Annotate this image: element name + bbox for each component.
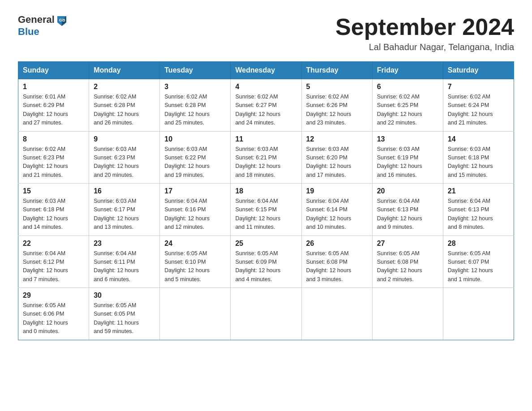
day-info: Sunrise: 6:03 AMSunset: 6:20 PMDaylight:…	[306, 146, 352, 178]
day-number: 7	[448, 83, 509, 91]
day-number: 23	[94, 240, 155, 248]
calendar-cell: 19 Sunrise: 6:04 AMSunset: 6:14 PMDaylig…	[301, 184, 372, 236]
day-info: Sunrise: 6:03 AMSunset: 6:18 PMDaylight:…	[448, 146, 493, 178]
day-number: 28	[448, 240, 509, 248]
calendar-cell	[160, 288, 231, 340]
logo-general: General	[18, 14, 55, 26]
calendar-cell: 30 Sunrise: 6:05 AMSunset: 6:05 PMDaylig…	[89, 288, 160, 340]
day-number: 20	[377, 187, 438, 195]
day-info: Sunrise: 6:05 AMSunset: 6:05 PMDaylight:…	[94, 302, 139, 334]
day-number: 25	[235, 240, 296, 248]
logo-icon: GB	[56, 13, 68, 26]
day-number: 19	[306, 187, 368, 195]
calendar-cell: 7 Sunrise: 6:02 AMSunset: 6:24 PMDayligh…	[443, 79, 514, 132]
day-info: Sunrise: 6:03 AMSunset: 6:21 PMDaylight:…	[235, 146, 280, 178]
location: Lal Bahadur Nagar, Telangana, India	[335, 42, 514, 52]
day-info: Sunrise: 6:05 AMSunset: 6:08 PMDaylight:…	[377, 250, 422, 283]
day-number: 12	[306, 135, 368, 143]
day-number: 29	[23, 291, 84, 300]
day-number: 13	[377, 135, 438, 143]
day-number: 21	[448, 187, 509, 195]
day-number: 24	[164, 240, 226, 248]
calendar-cell: 25 Sunrise: 6:05 AMSunset: 6:09 PMDaylig…	[231, 235, 301, 288]
calendar-cell: 5 Sunrise: 6:02 AMSunset: 6:26 PMDayligh…	[301, 79, 372, 132]
day-info: Sunrise: 6:04 AMSunset: 6:13 PMDaylight:…	[448, 198, 493, 230]
day-number: 11	[235, 135, 296, 143]
calendar-week-row: 8 Sunrise: 6:02 AMSunset: 6:23 PMDayligh…	[18, 131, 514, 184]
month-title: September 2024	[335, 13, 514, 40]
calendar-cell: 9 Sunrise: 6:03 AMSunset: 6:23 PMDayligh…	[89, 131, 160, 184]
day-number: 26	[306, 240, 368, 248]
day-info: Sunrise: 6:02 AMSunset: 6:28 PMDaylight:…	[94, 94, 139, 126]
calendar-cell: 12 Sunrise: 6:03 AMSunset: 6:20 PMDaylig…	[301, 131, 372, 184]
calendar-cell: 26 Sunrise: 6:05 AMSunset: 6:08 PMDaylig…	[301, 235, 372, 288]
day-number: 18	[235, 187, 296, 195]
calendar-cell	[301, 288, 372, 340]
day-info: Sunrise: 6:04 AMSunset: 6:14 PMDaylight:…	[306, 198, 352, 230]
day-info: Sunrise: 6:02 AMSunset: 6:25 PMDaylight:…	[377, 94, 422, 126]
calendar-cell: 21 Sunrise: 6:04 AMSunset: 6:13 PMDaylig…	[443, 184, 514, 236]
day-number: 4	[235, 83, 296, 91]
day-number: 30	[94, 291, 155, 300]
day-info: Sunrise: 6:02 AMSunset: 6:24 PMDaylight:…	[448, 94, 493, 126]
calendar-cell: 13 Sunrise: 6:03 AMSunset: 6:19 PMDaylig…	[372, 131, 443, 184]
title-area: September 2024 Lal Bahadur Nagar, Telang…	[335, 13, 514, 52]
day-info: Sunrise: 6:05 AMSunset: 6:09 PMDaylight:…	[235, 250, 280, 283]
calendar-header-row: SundayMondayTuesdayWednesdayThursdayFrid…	[18, 62, 514, 79]
logo-blue: Blue	[18, 26, 39, 37]
calendar-table: SundayMondayTuesdayWednesdayThursdayFrid…	[18, 61, 514, 340]
day-number: 9	[94, 135, 155, 143]
day-info: Sunrise: 6:05 AMSunset: 6:06 PMDaylight:…	[23, 302, 68, 334]
day-info: Sunrise: 6:02 AMSunset: 6:23 PMDaylight:…	[23, 146, 68, 178]
calendar-cell	[443, 288, 514, 340]
day-number: 2	[94, 83, 155, 91]
calendar-header-tuesday: Tuesday	[160, 62, 231, 79]
calendar-cell	[231, 288, 301, 340]
calendar-cell: 16 Sunrise: 6:03 AMSunset: 6:17 PMDaylig…	[89, 184, 160, 236]
day-number: 15	[23, 187, 84, 195]
calendar-cell: 1 Sunrise: 6:01 AMSunset: 6:29 PMDayligh…	[18, 79, 89, 132]
calendar-cell: 27 Sunrise: 6:05 AMSunset: 6:08 PMDaylig…	[372, 235, 443, 288]
day-info: Sunrise: 6:01 AMSunset: 6:29 PMDaylight:…	[23, 94, 68, 126]
calendar-cell: 15 Sunrise: 6:03 AMSunset: 6:18 PMDaylig…	[18, 184, 89, 236]
day-info: Sunrise: 6:05 AMSunset: 6:10 PMDaylight:…	[164, 250, 210, 283]
day-number: 5	[306, 83, 368, 91]
calendar-week-row: 1 Sunrise: 6:01 AMSunset: 6:29 PMDayligh…	[18, 79, 514, 132]
day-number: 1	[23, 83, 84, 91]
day-number: 8	[23, 135, 84, 143]
calendar-cell: 2 Sunrise: 6:02 AMSunset: 6:28 PMDayligh…	[89, 79, 160, 132]
calendar-week-row: 15 Sunrise: 6:03 AMSunset: 6:18 PMDaylig…	[18, 184, 514, 236]
calendar-header-monday: Monday	[89, 62, 160, 79]
day-number: 22	[23, 240, 84, 248]
day-info: Sunrise: 6:03 AMSunset: 6:19 PMDaylight:…	[377, 146, 422, 178]
logo: General GB Blue	[18, 13, 68, 38]
svg-text:GB: GB	[59, 18, 65, 22]
day-info: Sunrise: 6:02 AMSunset: 6:26 PMDaylight:…	[306, 94, 352, 126]
day-info: Sunrise: 6:02 AMSunset: 6:27 PMDaylight:…	[235, 94, 280, 126]
calendar-cell: 24 Sunrise: 6:05 AMSunset: 6:10 PMDaylig…	[160, 235, 231, 288]
calendar-cell: 3 Sunrise: 6:02 AMSunset: 6:28 PMDayligh…	[160, 79, 231, 132]
day-number: 3	[164, 83, 226, 91]
day-info: Sunrise: 6:04 AMSunset: 6:13 PMDaylight:…	[377, 198, 422, 230]
calendar-header-wednesday: Wednesday	[231, 62, 301, 79]
day-number: 10	[164, 135, 226, 143]
day-info: Sunrise: 6:04 AMSunset: 6:16 PMDaylight:…	[164, 198, 210, 230]
calendar-cell: 4 Sunrise: 6:02 AMSunset: 6:27 PMDayligh…	[231, 79, 301, 132]
calendar-cell: 6 Sunrise: 6:02 AMSunset: 6:25 PMDayligh…	[372, 79, 443, 132]
calendar-cell: 22 Sunrise: 6:04 AMSunset: 6:12 PMDaylig…	[18, 235, 89, 288]
day-number: 17	[164, 187, 226, 195]
calendar-header-sunday: Sunday	[18, 62, 89, 79]
calendar-cell: 11 Sunrise: 6:03 AMSunset: 6:21 PMDaylig…	[231, 131, 301, 184]
calendar-cell: 20 Sunrise: 6:04 AMSunset: 6:13 PMDaylig…	[372, 184, 443, 236]
day-info: Sunrise: 6:03 AMSunset: 6:22 PMDaylight:…	[164, 146, 210, 178]
day-number: 16	[94, 187, 155, 195]
day-info: Sunrise: 6:05 AMSunset: 6:07 PMDaylight:…	[448, 250, 493, 283]
calendar-cell	[372, 288, 443, 340]
day-info: Sunrise: 6:03 AMSunset: 6:17 PMDaylight:…	[94, 198, 139, 230]
page-header: General GB Blue September 2024 Lal Bahad…	[18, 13, 514, 52]
calendar-week-row: 29 Sunrise: 6:05 AMSunset: 6:06 PMDaylig…	[18, 288, 514, 340]
day-number: 14	[448, 135, 509, 143]
day-number: 6	[377, 83, 438, 91]
calendar-cell: 10 Sunrise: 6:03 AMSunset: 6:22 PMDaylig…	[160, 131, 231, 184]
calendar-header-thursday: Thursday	[301, 62, 372, 79]
